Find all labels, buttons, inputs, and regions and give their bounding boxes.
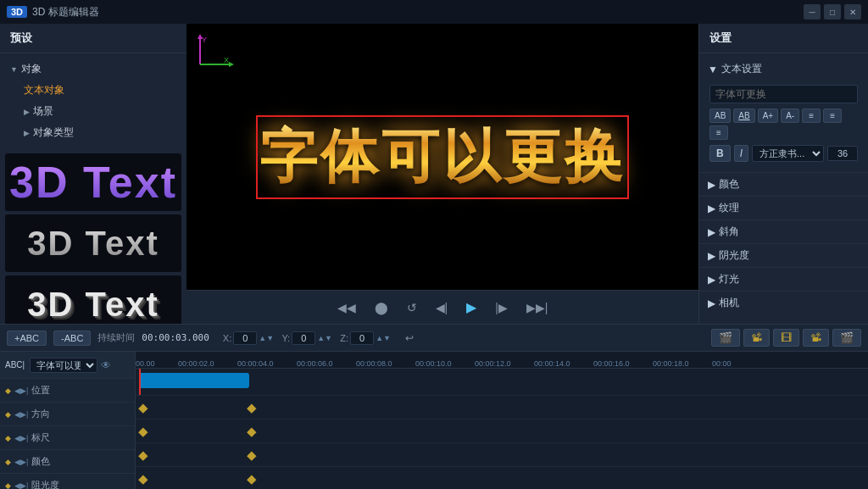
keyframe-pos-2[interactable]	[247, 403, 256, 413]
preset-item-1[interactable]: 3D Text	[5, 153, 181, 211]
playback-play[interactable]: ▶	[463, 297, 480, 317]
font-size-input[interactable]	[827, 146, 858, 161]
ruler-mark-7: 00:00:14.0	[534, 359, 570, 368]
z-label: Z:	[340, 333, 348, 343]
playback-skip-end[interactable]: ▶▶|	[523, 299, 552, 316]
tree-label-object: 对象	[21, 62, 42, 76]
track-label-color: ◆ ◀▶| 颜色	[0, 450, 135, 474]
tl-icon-4[interactable]: 📽	[803, 329, 829, 347]
timeline-labels: ABC| 字体可以更换 👁 ◆ ◀▶| 位置 ◆ ◀▶| 方向	[0, 352, 136, 489]
timeline-y-group: Y: ▲▼	[281, 331, 332, 345]
playback-prev-frame[interactable]: ⬤	[371, 299, 392, 316]
tree-label-text-object: 文本对象	[24, 83, 64, 97]
sidebar-item-object-type[interactable]: ▶ 对象类型	[0, 122, 186, 143]
playback-rewind[interactable]: ◀|	[432, 299, 452, 316]
ruler-mark-8: 00:00:16.0	[593, 359, 630, 368]
track-keyframe-diamond-pos: ◆	[5, 386, 11, 395]
tl-icon-3[interactable]: 🎞	[773, 329, 799, 347]
track-arrows-color: ◀▶|	[14, 458, 28, 466]
keyframe-color[interactable]	[138, 475, 147, 484]
undo-button[interactable]: ↩	[401, 331, 418, 346]
track-name-select[interactable]: 字体可以更换	[30, 358, 97, 373]
track-keyframe-diamond-scale: ◆	[5, 434, 11, 442]
format-btn-a-plus[interactable]: A+	[758, 108, 779, 123]
maximize-button[interactable]: □	[824, 4, 841, 19]
close-button[interactable]: ✕	[844, 4, 861, 19]
format-btn-align-right[interactable]: ≡	[709, 125, 728, 140]
z-input[interactable]	[350, 331, 374, 345]
keyframe-pos[interactable]	[138, 403, 147, 413]
tree-label-object-type: 对象类型	[33, 125, 74, 140]
text-settings-arrow: ▼	[708, 64, 718, 75]
prop-opacity-label: 阴光度	[719, 248, 749, 263]
tl-icon-1[interactable]: 🎬	[711, 329, 740, 347]
x-arrows: ▲▼	[259, 334, 274, 342]
timeline-x-group: X: ▲▼	[223, 331, 274, 345]
minimize-button[interactable]: ─	[804, 4, 821, 19]
prop-camera-label: 相机	[719, 296, 739, 310]
keyframe-scale-2[interactable]	[247, 451, 256, 460]
prop-texture[interactable]: ▶ 纹理	[699, 196, 868, 219]
prop-camera-arrow: ▶	[708, 297, 715, 309]
prop-light-arrow: ▶	[708, 274, 715, 286]
track-keyframe-diamond-opacity: ◆	[5, 481, 11, 490]
keyframe-scale[interactable]	[138, 451, 147, 460]
prop-bevel-arrow: ▶	[708, 226, 715, 238]
track-bar-main	[139, 373, 249, 388]
prop-opacity-arrow: ▶	[708, 250, 715, 262]
ruler-mark-5: 00:00:10.0	[415, 359, 452, 368]
titlebar: 3D 3D 标题编辑器 ─ □ ✕	[0, 0, 868, 24]
preset-item-3[interactable]: 3D Text	[5, 275, 181, 324]
timeline-redo: ↩	[401, 331, 418, 346]
prop-light[interactable]: ▶ 灯光	[699, 267, 868, 291]
timeline-add-text[interactable]: +ABC	[7, 331, 47, 346]
timeline-ruler: 00.00 00:00:02.0 00:00:04.0 00:00:06.0 0…	[136, 352, 868, 369]
sidebar-item-text-object[interactable]: 文本对象	[0, 80, 186, 101]
track-direction	[136, 420, 868, 443]
prop-camera[interactable]: ▶ 相机	[699, 291, 868, 314]
ruler-mark-10: 00:00	[712, 359, 732, 368]
track-color	[136, 467, 868, 489]
keyframe-color-2[interactable]	[247, 475, 256, 484]
prop-color[interactable]: ▶ 颜色	[699, 172, 868, 196]
settings-content: ▼ 文本设置 AB AB A+ A- ≡ ≡ ≡ B	[699, 53, 868, 324]
tl-icon-2[interactable]: 📽	[743, 329, 770, 347]
bold-button[interactable]: B	[709, 145, 731, 162]
font-name-input[interactable]	[709, 85, 858, 103]
track-scale	[136, 443, 868, 467]
format-btn-align-left[interactable]: ≡	[802, 108, 821, 123]
sidebar-item-scene[interactable]: ▶ 场景	[0, 101, 186, 122]
prop-opacity[interactable]: ▶ 阴光度	[699, 243, 868, 267]
prop-texture-arrow: ▶	[708, 203, 715, 214]
italic-button[interactable]: I	[734, 145, 748, 162]
track-text-opacity: 阻光度	[31, 479, 130, 489]
format-btn-align-center[interactable]: ≡	[823, 108, 842, 123]
keyframe-dir-2[interactable]	[247, 427, 256, 436]
ruler-mark-2: 00:00:04.0	[237, 359, 274, 368]
preset-item-2[interactable]: 3D Text	[5, 214, 181, 272]
keyframe-dir[interactable]	[138, 427, 147, 436]
text-settings-header[interactable]: ▼ 文本设置	[699, 58, 868, 80]
track-abci-icon: ABC|	[5, 360, 25, 370]
prop-bevel[interactable]: ▶ 斜角	[699, 219, 868, 243]
tree-arrow-objtype: ▶	[24, 129, 30, 137]
tl-icon-5[interactable]: 🎬	[832, 329, 861, 347]
preview-area: Y X 字体可以更换	[186, 24, 698, 290]
playback-next[interactable]: |▶	[492, 299, 511, 316]
font-select[interactable]: 方正隶书...	[752, 145, 824, 162]
timeline-delete-text[interactable]: -ABC	[53, 331, 91, 346]
prop-bevel-label: 斜角	[719, 225, 739, 239]
track-visibility-icon[interactable]: 👁	[101, 359, 111, 371]
x-input[interactable]	[233, 331, 257, 345]
playback-skip-start[interactable]: ◀◀	[334, 299, 359, 316]
format-btn-ab[interactable]: AB	[709, 108, 731, 123]
playback-loop[interactable]: ↺	[403, 299, 420, 316]
timeline-duration-label: 持续时间	[97, 331, 135, 344]
sidebar-item-object[interactable]: ▼ 对象	[0, 58, 186, 80]
ruler-mark-6: 00:00:12.0	[475, 359, 511, 368]
sidebar-header: 预设	[0, 24, 186, 53]
format-btn-ab-under[interactable]: AB	[733, 108, 754, 123]
text-settings-content: AB AB A+ A- ≡ ≡ ≡ B I 方正隶书...	[699, 80, 868, 170]
y-input[interactable]	[292, 331, 315, 345]
format-btn-a-minus[interactable]: A-	[781, 108, 799, 123]
